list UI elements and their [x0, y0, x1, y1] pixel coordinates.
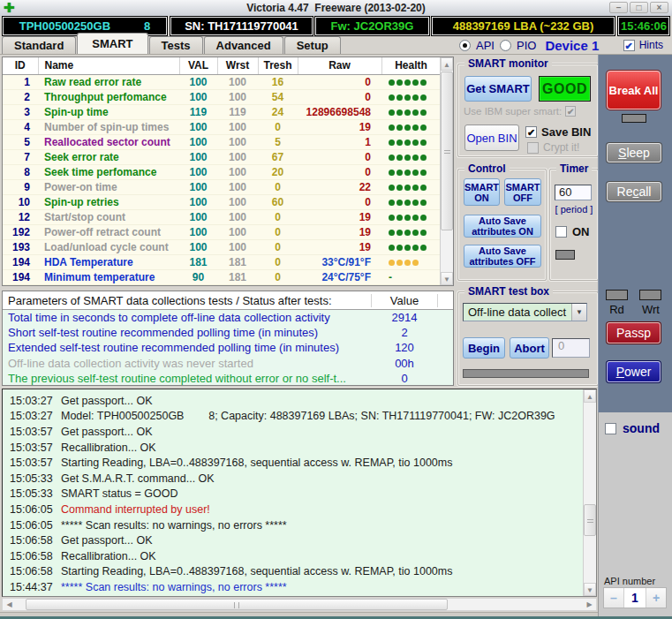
- scroll-down-icon[interactable]: ▼: [584, 583, 596, 596]
- attr-row[interactable]: 193Load/unload cycle count100100019: [3, 239, 441, 254]
- spinner-plus-button[interactable]: +: [646, 588, 666, 608]
- sound-checkbox[interactable]: [605, 423, 616, 434]
- attr-row[interactable]: 9Power-on time100100022: [3, 179, 441, 194]
- timer-period-label: [ period ]: [550, 204, 598, 215]
- col-raw: Raw: [298, 57, 381, 74]
- scrollbar-thumb[interactable]: [441, 72, 453, 230]
- health-dot-icon: [396, 185, 403, 191]
- attr-row[interactable]: 12Start/stop count100100019: [3, 209, 441, 224]
- tab-standard[interactable]: Standard: [2, 36, 76, 54]
- attr-cell: 19: [298, 209, 381, 224]
- app-window: ✚ Victoria 4.47 Freeware (2013-02-20) – …: [0, 0, 672, 619]
- scroll-up-icon[interactable]: ▲: [584, 389, 596, 403]
- attr-cell: 100: [217, 239, 258, 254]
- open-bin-button[interactable]: Open BIN: [464, 125, 519, 151]
- scroll-up-icon[interactable]: ▲: [441, 57, 453, 71]
- test-progress-value[interactable]: 0: [552, 338, 590, 358]
- attr-row[interactable]: 2Throughput perfomance100100540: [3, 89, 441, 104]
- health-dot-icon: [412, 185, 419, 191]
- activity-led-indicator: [622, 114, 646, 123]
- timer-period-input[interactable]: 60: [555, 185, 592, 200]
- smart-on-button[interactable]: SMART ON: [464, 178, 500, 206]
- log-vertical-scrollbar[interactable]: ▲ ▼: [583, 389, 596, 596]
- attr-row[interactable]: 194Minimum temperature90181024°C/75°F-: [3, 269, 441, 284]
- attr-cell: 100: [179, 89, 217, 104]
- password-button[interactable]: Passp: [607, 322, 661, 343]
- pio-radio[interactable]: [500, 40, 511, 51]
- log-timestamp: 15:06:58: [3, 550, 49, 562]
- parameter-row: Extended self-test routine recommended p…: [3, 340, 453, 355]
- attr-cell: 54: [258, 89, 298, 104]
- log-timestamp: 15:06:05: [3, 503, 49, 516]
- log-message: SMART status = GOOD: [49, 487, 178, 500]
- attr-cell: 100: [179, 119, 217, 134]
- attr-cell: 0: [298, 149, 381, 164]
- spinner-minus-button[interactable]: –: [604, 588, 623, 608]
- attr-cell: Seek time perfomance: [38, 164, 179, 179]
- attr-cell: 181: [217, 269, 258, 284]
- sleep-button[interactable]: Sleep: [607, 143, 661, 162]
- attr-row[interactable]: 3Spin-up time1191192412896698548: [3, 104, 441, 119]
- chevron-down-icon[interactable]: ▼: [571, 304, 586, 321]
- auto-save-attributes-off-button[interactable]: Auto Save attributes OFF: [464, 245, 541, 268]
- attr-cell: Throughput perfomance: [38, 89, 179, 104]
- abort-button[interactable]: Abort: [510, 337, 549, 359]
- parameter-label: Extended self-test routine recommended p…: [3, 341, 371, 354]
- scroll-down-icon[interactable]: ▼: [441, 272, 453, 285]
- attr-row[interactable]: 4Number of spin-up times100100019: [3, 119, 441, 134]
- scrollbar-thumb[interactable]: [26, 599, 448, 610]
- hints-toggle[interactable]: ✔ Hints: [623, 39, 663, 51]
- log-message: Recallibration... OK: [49, 442, 156, 454]
- smart-parameters-table: Parameters of SMART data collections tes…: [2, 291, 454, 386]
- scroll-right-icon[interactable]: ▶: [583, 599, 596, 610]
- get-smart-button[interactable]: Get SMART: [464, 76, 532, 102]
- tab-advanced[interactable]: Advanced: [204, 36, 283, 54]
- recall-button[interactable]: Recall: [607, 182, 661, 201]
- attr-cell: 100: [179, 224, 217, 239]
- power-button[interactable]: Power: [607, 361, 661, 382]
- scroll-left-icon[interactable]: ◀: [3, 599, 16, 610]
- attr-row[interactable]: 8Seek time perfomance100100200: [3, 164, 441, 179]
- break-all-button[interactable]: Break All: [607, 71, 661, 109]
- attr-row[interactable]: 10Spin-up retries100100600: [3, 194, 441, 209]
- parameter-label: The previous self-test routine completed…: [3, 372, 371, 385]
- log-horizontal-scrollbar[interactable]: ◀ ▶: [2, 598, 597, 611]
- save-bin-checkbox[interactable]: ✔: [525, 126, 537, 138]
- parameter-value: 2914: [371, 311, 438, 324]
- crypt-it-checkbox[interactable]: [527, 142, 539, 154]
- maximize-button[interactable]: □: [630, 2, 648, 13]
- attr-row[interactable]: 1Raw read error rate100100160: [3, 74, 441, 89]
- test-type-dropdown[interactable]: Off-line data collect ▼: [463, 303, 587, 321]
- timer-on-checkbox[interactable]: [555, 226, 567, 238]
- tab-tests[interactable]: Tests: [149, 36, 203, 54]
- health-dot-icon: [396, 215, 403, 221]
- scrollbar-thumb[interactable]: [584, 504, 596, 536]
- minimize-button[interactable]: –: [609, 2, 628, 13]
- attr-cell: Spin-up time: [38, 104, 179, 119]
- smart-off-button[interactable]: SMART OFF: [504, 178, 541, 206]
- attr-row[interactable]: 7Seek error rate100100670: [3, 149, 441, 164]
- api-radio[interactable]: [459, 40, 471, 51]
- attr-row[interactable]: 194HDA Temperature181181033°C/91°F: [3, 254, 441, 269]
- attr-row[interactable]: 192Power-off retract count100100019: [3, 224, 441, 239]
- attr-table-scrollbar[interactable]: ▲ ▼: [440, 57, 453, 285]
- health-dot-icon: [412, 170, 419, 176]
- attr-row[interactable]: 5Reallocated sector count10010051: [3, 134, 441, 149]
- attr-cell: 100: [217, 119, 258, 134]
- tab-smart[interactable]: SMART: [77, 33, 147, 54]
- hints-checkbox[interactable]: ✔: [623, 40, 635, 51]
- parameter-label: Short self-test routine recommended poll…: [3, 326, 371, 339]
- health-dot-icon: [389, 260, 395, 266]
- log-line: 15:06:58Starting Reading, LBA=0..4883971…: [3, 564, 596, 580]
- begin-button[interactable]: Begin: [463, 337, 505, 359]
- window-title: Victoria 4.47 Freeware (2013-02-20): [0, 2, 672, 14]
- health-dot-icon: [420, 140, 427, 146]
- tab-setup[interactable]: Setup: [284, 36, 341, 54]
- log-line: 15:06:05***** Scan results: no warnings,…: [3, 517, 596, 533]
- attr-cell: 100: [217, 179, 258, 194]
- close-button[interactable]: ×: [650, 2, 668, 13]
- attr-cell: 100: [217, 224, 258, 239]
- auto-save-attributes-on-button[interactable]: Auto Save attributes ON: [464, 215, 541, 238]
- log-message: ***** Scan results: no warnings, no erro…: [49, 519, 287, 532]
- log-line: 15:06:05Command interrupted by user!: [3, 502, 596, 517]
